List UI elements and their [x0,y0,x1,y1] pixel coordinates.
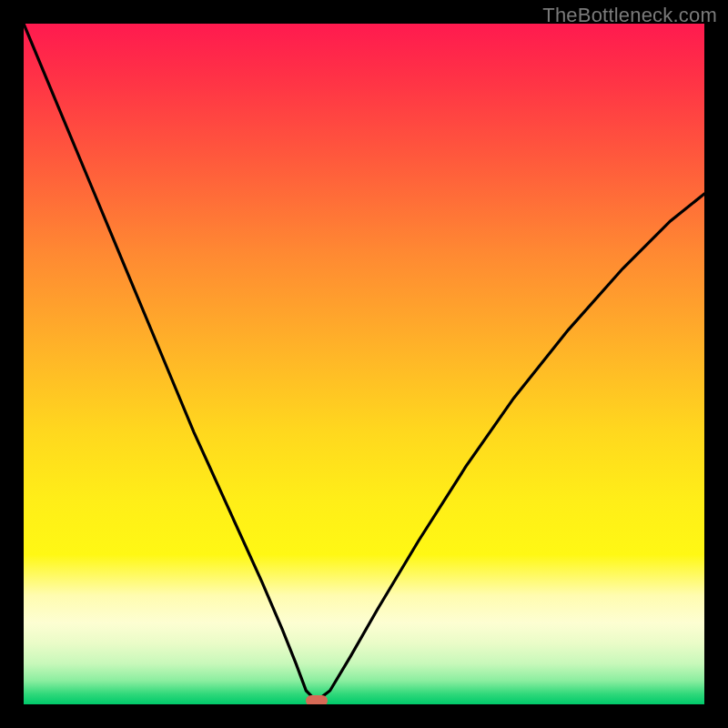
curve-path [24,24,704,701]
bottleneck-curve [24,24,704,704]
watermark-text: TheBottleneck.com [542,4,717,27]
chart-frame: TheBottleneck.com [0,0,728,728]
plot-area [24,24,704,704]
optimal-marker [306,695,328,704]
